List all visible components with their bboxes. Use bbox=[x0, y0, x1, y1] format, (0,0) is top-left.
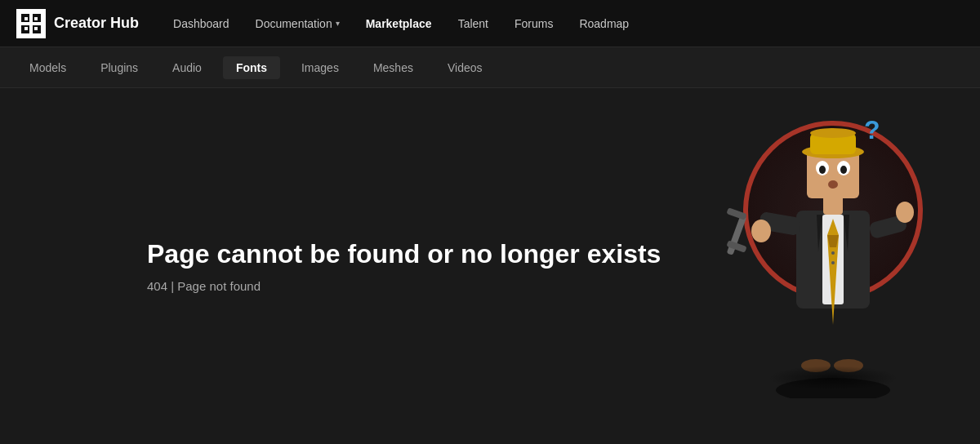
sub-navigation: ModelsPluginsAudioFontsImagesMeshesVideo… bbox=[0, 47, 980, 88]
sub-nav-link-audio[interactable]: Audio bbox=[159, 56, 215, 79]
error-heading: Page cannot be found or no longer exists bbox=[147, 238, 661, 269]
svg-point-28 bbox=[819, 166, 826, 174]
sub-nav-link-images[interactable]: Images bbox=[288, 56, 352, 79]
svg-rect-9 bbox=[804, 300, 827, 366]
sub-nav-link-fonts[interactable]: Fonts bbox=[223, 56, 280, 79]
svg-point-29 bbox=[840, 166, 847, 174]
top-navigation: Creator Hub DashboardDocumentation▾Marke… bbox=[0, 0, 980, 47]
sub-nav-link-models[interactable]: Models bbox=[16, 56, 79, 79]
top-nav-links: DashboardDocumentation▾MarketplaceTalent… bbox=[163, 12, 964, 35]
svg-rect-5 bbox=[34, 17, 38, 20]
main-content: Page cannot be found or no longer exists… bbox=[0, 88, 980, 444]
svg-rect-7 bbox=[34, 27, 38, 30]
error-section: Page cannot be found or no longer exists… bbox=[147, 238, 661, 293]
top-nav-link-roadmap[interactable]: Roadmap bbox=[569, 12, 639, 35]
error-subtext: 404 | Page not found bbox=[147, 280, 661, 294]
top-nav-link-marketplace[interactable]: Marketplace bbox=[356, 12, 442, 35]
top-nav-link-dashboard[interactable]: Dashboard bbox=[163, 12, 239, 35]
svg-point-20 bbox=[896, 202, 914, 223]
logo-icon bbox=[16, 9, 46, 38]
character-illustration: ? bbox=[719, 88, 947, 398]
svg-point-33 bbox=[810, 128, 856, 138]
logo-text: Creator Hub bbox=[54, 15, 139, 32]
svg-point-30 bbox=[828, 180, 838, 189]
svg-rect-22 bbox=[726, 207, 746, 220]
sub-nav-link-videos[interactable]: Videos bbox=[434, 56, 496, 79]
sub-nav-link-plugins[interactable]: Plugins bbox=[87, 56, 151, 79]
sub-nav-link-meshes[interactable]: Meshes bbox=[360, 56, 426, 79]
logo-link[interactable]: Creator Hub bbox=[16, 9, 139, 38]
top-nav-link-documentation[interactable]: Documentation▾ bbox=[246, 12, 350, 35]
character-svg: ? bbox=[719, 88, 947, 398]
documentation-dropdown-arrow: ▾ bbox=[336, 19, 340, 28]
top-nav-link-forums[interactable]: Forums bbox=[505, 12, 563, 35]
svg-rect-38 bbox=[831, 261, 835, 264]
svg-text:?: ? bbox=[864, 115, 880, 144]
top-nav-link-talent[interactable]: Talent bbox=[448, 12, 498, 35]
character-shadow bbox=[768, 366, 898, 390]
svg-rect-37 bbox=[831, 251, 835, 255]
svg-rect-6 bbox=[24, 27, 28, 30]
svg-rect-4 bbox=[24, 17, 28, 20]
svg-point-18 bbox=[751, 220, 771, 242]
svg-rect-10 bbox=[837, 300, 860, 366]
